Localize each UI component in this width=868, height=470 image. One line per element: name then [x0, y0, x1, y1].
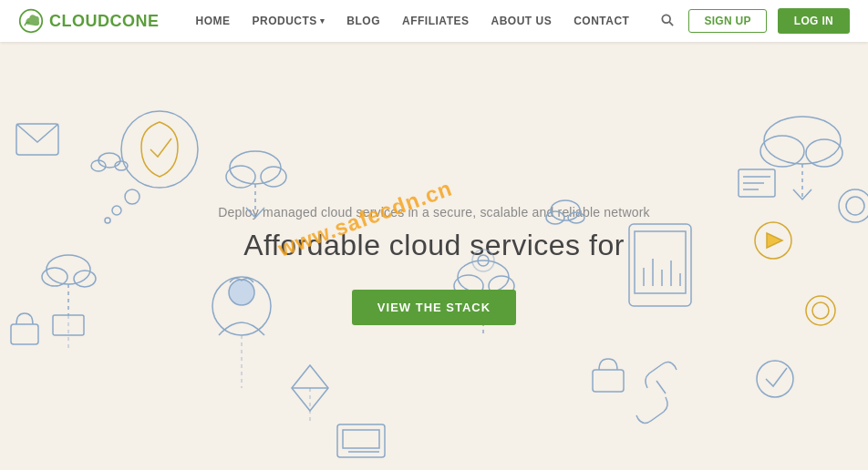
nav-affiliates[interactable]: AFFILIATES — [402, 15, 469, 27]
svg-point-4 — [46, 255, 90, 284]
svg-rect-3 — [16, 124, 58, 155]
svg-point-62 — [839, 189, 868, 222]
svg-point-10 — [121, 111, 198, 188]
svg-point-1 — [663, 15, 671, 23]
svg-point-28 — [764, 117, 841, 164]
nav-blog[interactable]: BLOG — [346, 15, 380, 27]
cta-button[interactable]: VIEW THE STACK — [352, 290, 516, 325]
svg-point-46 — [757, 361, 793, 397]
svg-point-54 — [812, 302, 829, 319]
hero-section: .il { fill:none; stroke:#8aa8c8; stroke-… — [0, 42, 868, 470]
svg-point-41 — [458, 261, 509, 293]
nav-products[interactable]: PRODUCTS ▾ — [253, 15, 326, 27]
svg-point-18 — [261, 167, 286, 187]
nav-about[interactable]: ABOUT US — [491, 15, 552, 27]
svg-rect-35 — [635, 231, 686, 293]
login-button[interactable]: LOG IN — [778, 8, 850, 34]
svg-line-47 — [656, 381, 666, 393]
logo-text: CLOUDCONE — [49, 12, 160, 31]
svg-point-14 — [212, 277, 271, 335]
search-icon — [661, 14, 674, 26]
svg-point-15 — [229, 280, 254, 305]
nav-home[interactable]: HOME — [196, 15, 231, 27]
svg-point-53 — [806, 296, 835, 325]
nav-contact[interactable]: CONTACT — [574, 15, 629, 27]
svg-point-32 — [755, 222, 791, 259]
svg-point-20 — [98, 153, 120, 168]
svg-rect-8 — [53, 315, 84, 335]
svg-point-17 — [226, 166, 255, 188]
chevron-down-icon: ▾ — [320, 16, 326, 26]
svg-line-2 — [670, 22, 674, 26]
svg-point-12 — [112, 206, 121, 215]
hero-title: Affordable cloud services for — [243, 229, 625, 262]
hero-subtitle: Deploy managed cloud services in a secur… — [218, 205, 650, 220]
svg-point-6 — [74, 271, 96, 287]
svg-rect-34 — [629, 224, 691, 306]
logo[interactable]: CLOUDCONE — [18, 8, 160, 34]
svg-rect-58 — [739, 169, 775, 197]
nav-links: HOME PRODUCTS ▾ BLOG AFFILIATES ABOUT US… — [196, 15, 658, 27]
svg-point-13 — [105, 218, 110, 223]
svg-point-63 — [846, 197, 864, 215]
svg-rect-26 — [343, 430, 379, 448]
signup-button[interactable]: SIGN UP — [688, 9, 766, 33]
svg-marker-23 — [292, 365, 328, 411]
svg-marker-33 — [767, 233, 782, 248]
svg-rect-45 — [593, 370, 624, 392]
navbar: CLOUDCONE HOME PRODUCTS ▾ BLOG AFFILIATE… — [0, 0, 868, 42]
svg-point-29 — [760, 136, 804, 167]
svg-point-30 — [806, 139, 842, 167]
search-button[interactable] — [657, 10, 677, 33]
svg-point-11 — [125, 189, 140, 204]
svg-rect-25 — [337, 424, 385, 457]
svg-point-21 — [91, 160, 106, 171]
svg-rect-9 — [11, 324, 38, 344]
svg-point-16 — [230, 151, 281, 184]
svg-point-22 — [115, 161, 128, 170]
nav-actions: SIGN UP LOG IN — [657, 8, 850, 34]
logo-icon — [18, 8, 44, 34]
svg-point-5 — [42, 268, 67, 286]
